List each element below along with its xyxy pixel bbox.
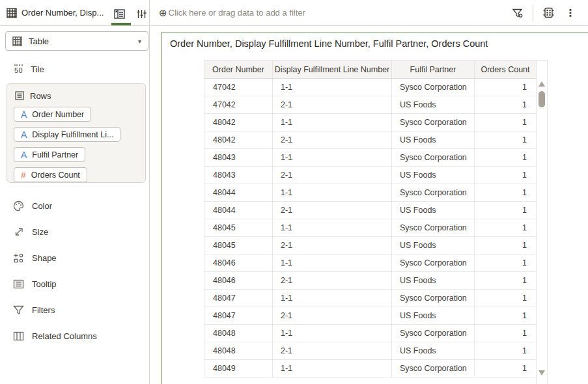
toolbar-divider <box>533 5 533 21</box>
table-row[interactable]: 480451-1Sysco Corporation1 <box>204 219 537 237</box>
table-cell: 48046 <box>204 254 273 272</box>
table-cell: 48045 <box>204 237 273 254</box>
table-cell: 1 <box>475 307 537 325</box>
vertical-scrollbar[interactable] <box>536 60 548 384</box>
canvas: Order Number, Display Fulfillment Line N… <box>150 27 588 384</box>
table-cell: 48044 <box>204 184 273 202</box>
column-header[interactable]: Orders Count <box>475 61 537 79</box>
size-icon <box>13 226 24 238</box>
table-visualization[interactable]: Order Number, Display Fulfillment Line N… <box>161 33 588 384</box>
table-cell: 1 <box>475 360 537 377</box>
pill-fulfil-partner[interactable]: A Fulfil Partner <box>14 147 85 162</box>
table-cell: 2-1 <box>273 131 392 149</box>
add-filter-placeholder[interactable]: Click here or drag data to add a filter <box>169 8 305 18</box>
viz-type-dropdown[interactable]: Table ▾ <box>5 31 148 51</box>
column-header[interactable]: Display Fulfillment Line Number <box>273 61 392 79</box>
pill-display-fulfillment-line[interactable]: A Display Fulfillment Li... <box>14 127 120 142</box>
table-cell: 48046 <box>204 272 273 290</box>
sidebar-item-size[interactable]: Size <box>0 219 150 245</box>
columns-icon <box>13 331 24 342</box>
table-cell: 2-1 <box>273 167 392 184</box>
table-cell: 1-1 <box>273 254 392 272</box>
table-cell: 1-1 <box>273 290 392 307</box>
table-row[interactable]: 480461-1Sysco Corporation1 <box>204 254 537 272</box>
scroll-up-icon[interactable] <box>539 81 545 87</box>
table-header-row: Order NumberDisplay Fulfillment Line Num… <box>204 61 537 79</box>
table-row[interactable]: 470422-1US Foods1 <box>204 96 537 114</box>
sidebar-item-label: Tooltip <box>32 279 57 289</box>
table-cell: 1 <box>475 149 537 167</box>
sidebar-item-label: Related Columns <box>32 331 97 341</box>
sidebar-item-label: Shape <box>32 253 57 263</box>
table-cell: 1 <box>475 237 537 254</box>
table-cell: US Foods <box>392 96 475 114</box>
table-cell: Sysco Corporation <box>392 149 475 167</box>
table-row[interactable]: 480462-1US Foods1 <box>204 272 537 290</box>
table-cell: Sysco Corporation <box>392 290 475 307</box>
table-cell: Sysco Corporation <box>392 219 475 237</box>
sidebar-item-filters[interactable]: Filters <box>0 297 150 323</box>
table-cell: 2-1 <box>273 307 392 325</box>
table-cell: 2-1 <box>273 237 392 254</box>
table-cell: 1 <box>475 167 537 184</box>
data-settings-icon[interactable] <box>537 4 559 22</box>
tile-option[interactable]: 50 Tile <box>0 60 150 78</box>
table-row[interactable]: 480472-1US Foods1 <box>204 307 537 325</box>
table-row[interactable]: 480421-1Sysco Corporation1 <box>204 114 537 131</box>
pill-order-number[interactable]: A Order Number <box>14 107 91 122</box>
table-cell: 1 <box>475 342 537 360</box>
pill-orders-count[interactable]: # Orders Count <box>14 167 87 182</box>
text-attribute-icon: A <box>21 109 27 120</box>
table-cell: 1-1 <box>273 360 392 377</box>
table-row[interactable]: 480441-1Sysco Corporation1 <box>204 184 537 202</box>
more-options-icon[interactable]: ⋮ <box>559 4 581 22</box>
column-header[interactable]: Fulfil Partner <box>392 61 475 79</box>
table-row[interactable]: 480481-1Sysco Corporation1 <box>204 325 537 342</box>
table-row[interactable]: 480442-1US Foods1 <box>204 202 537 219</box>
table-row[interactable]: 470421-1Sysco Corporation1 <box>204 79 537 96</box>
tile-icon: 50 <box>14 64 23 74</box>
viz-title-truncated: Order Number, Disp... <box>21 8 104 18</box>
rows-icon <box>15 91 24 100</box>
viz-title: Order Number, Display Fulfillment Line N… <box>170 38 488 49</box>
sidebar-item-color[interactable]: Color <box>0 193 150 219</box>
pill-label: Order Number <box>32 110 84 119</box>
table-cell: 48048 <box>204 342 273 360</box>
scrollbar-thumb[interactable] <box>539 91 545 107</box>
scroll-down-icon[interactable] <box>539 370 545 376</box>
sidebar-item-shape[interactable]: Shape <box>0 245 150 271</box>
table-cell: 1 <box>475 290 537 307</box>
table-row[interactable]: 480482-1US Foods1 <box>204 342 537 360</box>
text-attribute-icon: A <box>21 130 27 140</box>
table-cell: 48042 <box>204 131 273 149</box>
table-cell: Sysco Corporation <box>392 360 475 377</box>
table-cell: Sysco Corporation <box>392 114 475 131</box>
add-filter-icon[interactable]: ⊕ <box>159 8 167 18</box>
tab-properties[interactable] <box>134 7 148 20</box>
table-row[interactable]: 480432-1US Foods1 <box>204 167 537 184</box>
table-cell: 1 <box>475 96 537 114</box>
table-cell: US Foods <box>392 167 475 184</box>
chevron-down-icon: ▾ <box>138 38 141 45</box>
sidebar-item-related-columns[interactable]: Related Columns <box>0 323 150 349</box>
rows-drop-zone: Rows A Order Number A Display Fulfillmen… <box>7 83 146 183</box>
table-row[interactable]: 480491-1Sysco Corporation1 <box>204 360 537 377</box>
table-cell: 1 <box>475 325 537 342</box>
column-header[interactable]: Order Number <box>204 61 273 79</box>
filter-options-icon[interactable] <box>507 4 529 22</box>
sidebar-item-label: Size <box>32 227 48 237</box>
tab-grammar[interactable] <box>112 7 126 20</box>
table-row[interactable]: 480452-1US Foods1 <box>204 237 537 254</box>
rows-section-header: Rows <box>15 90 139 101</box>
table-row[interactable]: 480431-1Sysco Corporation1 <box>204 149 537 167</box>
table-cell: 1-1 <box>273 325 392 342</box>
tile-label: Tile <box>31 64 44 74</box>
sidebar-item-tooltip[interactable]: Tooltip <box>0 271 150 297</box>
sidebar-item-label: Color <box>32 201 52 211</box>
table-cell: US Foods <box>392 272 475 290</box>
table-cell: 48043 <box>204 149 273 167</box>
table-cell: 48047 <box>204 307 273 325</box>
table-row[interactable]: 480422-1US Foods1 <box>204 131 537 149</box>
filter-bar[interactable]: ⊕ Click here or drag data to add a filte… <box>150 0 588 26</box>
table-row[interactable]: 480471-1Sysco Corporation1 <box>204 290 537 307</box>
